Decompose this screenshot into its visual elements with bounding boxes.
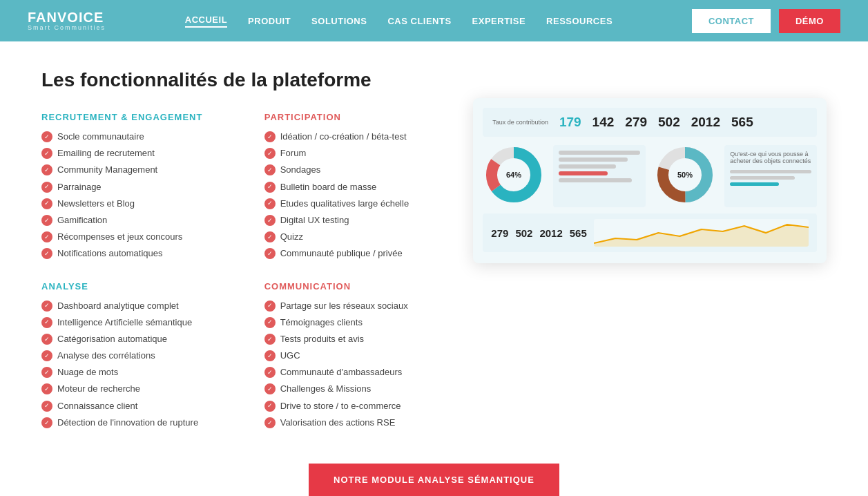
logo-name: FANVOICE <box>28 10 106 24</box>
list-item: ✓Communauté d'ambassadeurs <box>264 366 474 379</box>
item-label: Socle communautaire <box>57 131 144 143</box>
contact-button[interactable]: CONTACT <box>692 9 771 33</box>
mini-stat-2012: 2012 <box>539 227 562 239</box>
list-item: ✓Dashboard analytique complet <box>41 300 251 312</box>
check-icon: ✓ <box>264 164 276 175</box>
logo[interactable]: FANVOICE Smart Communities <box>28 10 106 31</box>
feature-columns: RECRUTEMENT & ENGAGEMENT ✓Socle communau… <box>41 112 473 450</box>
check-icon: ✓ <box>264 182 276 193</box>
list-item: ✓Partage sur les réseaux sociaux <box>264 300 474 312</box>
check-icon: ✓ <box>264 367 276 378</box>
list-item: ✓Catégorisation automatique <box>41 333 251 345</box>
item-label: Community Management <box>57 164 157 176</box>
nav-links: ACCUEIL PRODUIT SOLUTIONS CAS CLIENTS EX… <box>185 15 613 28</box>
check-icon: ✓ <box>41 317 52 328</box>
item-label: Communauté d'ambassadeurs <box>280 366 403 379</box>
check-icon: ✓ <box>264 215 276 226</box>
item-label: Parrainage <box>57 181 102 193</box>
mini-stat-279: 279 <box>491 227 508 239</box>
check-icon: ✓ <box>41 417 52 428</box>
check-icon: ✓ <box>264 148 276 159</box>
mockup-label: Qu'est-ce qui vous pousse à acheter des … <box>730 151 811 164</box>
check-icon: ✓ <box>41 350 52 361</box>
item-label: Analyse des corrélations <box>57 350 155 362</box>
features-section: Les fonctionnalités de la plateforme REC… <box>0 41 868 496</box>
check-icon: ✓ <box>264 131 276 142</box>
check-icon: ✓ <box>41 231 52 242</box>
demo-button[interactable]: DÉMO <box>779 9 840 33</box>
stat-142: 142 <box>592 115 615 130</box>
dashboard-mockup: Taux de contribution 179 142 279 502 201… <box>473 98 827 263</box>
left-column: RECRUTEMENT & ENGAGEMENT ✓Socle communau… <box>41 112 251 450</box>
list-item: ✓Challenges & Missions <box>264 383 474 395</box>
group-title-recrutement: RECRUTEMENT & ENGAGEMENT <box>41 112 251 122</box>
list-item: ✓Sondages <box>264 164 474 176</box>
check-icon: ✓ <box>264 334 276 345</box>
stat-179: 179 <box>559 115 581 130</box>
check-icon: ✓ <box>41 401 52 412</box>
list-communication: ✓Partage sur les réseaux sociaux ✓Témoig… <box>264 300 474 430</box>
nav-cas-clients[interactable]: CAS CLIENTS <box>387 16 451 26</box>
nav-ressources[interactable]: RESSOURCES <box>546 16 613 26</box>
check-icon: ✓ <box>41 198 52 209</box>
check-icon: ✓ <box>264 248 276 259</box>
check-icon: ✓ <box>41 248 52 259</box>
list-item: ✓Quizz <box>264 231 474 243</box>
right-column: PARTICIPATION ✓Idéation / co-création / … <box>264 112 474 450</box>
nav-produit[interactable]: PRODUIT <box>248 16 291 26</box>
check-icon: ✓ <box>41 182 52 193</box>
check-icon: ✓ <box>264 231 276 242</box>
svg-marker-8 <box>594 225 809 247</box>
check-icon: ✓ <box>264 198 276 209</box>
list-item: ✓Détection de l'innovation de rupture <box>41 417 251 429</box>
logo-tagline: Smart Communities <box>28 24 106 31</box>
item-label: Emailing de recrutement <box>57 147 155 160</box>
check-icon: ✓ <box>264 383 276 394</box>
nav-expertise[interactable]: EXPERTISE <box>472 16 525 26</box>
list-item: ✓Newsletters et Blog <box>41 198 251 210</box>
item-label: Sondages <box>280 164 321 176</box>
nav-accueil[interactable]: ACCUEIL <box>185 15 227 28</box>
list-item: ✓Valorisation des actions RSE <box>264 417 474 429</box>
item-label: Forum <box>280 147 307 160</box>
check-icon: ✓ <box>264 317 276 328</box>
list-item: ✓Forum <box>264 147 474 160</box>
cta-row: NOTRE MODULE ANALYSE SÉMANTIQUE <box>41 464 827 496</box>
list-item: ✓Témoignages clients <box>264 316 474 329</box>
check-icon: ✓ <box>264 401 276 412</box>
list-item: ✓Etudes qualitatives large échelle <box>264 198 474 210</box>
list-item: ✓Digital UX testing <box>264 214 474 227</box>
item-label: Quizz <box>280 231 303 243</box>
list-item: ✓Nuage de mots <box>41 366 251 379</box>
check-icon: ✓ <box>41 301 52 312</box>
group-title-communication: COMMUNICATION <box>264 281 474 292</box>
check-icon: ✓ <box>264 350 276 361</box>
check-icon: ✓ <box>264 301 276 312</box>
group-title-participation: PARTICIPATION <box>264 112 474 122</box>
cta-button[interactable]: NOTRE MODULE ANALYSE SÉMANTIQUE <box>309 464 559 496</box>
item-label: Nuage de mots <box>57 366 118 379</box>
list-item: ✓Communauté publique / privée <box>264 247 474 260</box>
svg-text:64%: 64% <box>506 171 521 179</box>
item-label: Newsletters et Blog <box>57 198 135 210</box>
item-label: Récompenses et jeux concours <box>57 231 182 243</box>
list-item: ✓Bulletin board de masse <box>264 181 474 193</box>
list-item: ✓Analyse des corrélations <box>41 350 251 362</box>
item-label: Moteur de recherche <box>57 383 140 395</box>
list-item: ✓Moteur de recherche <box>41 383 251 395</box>
list-participation: ✓Idéation / co-création / béta-test ✓For… <box>264 131 474 260</box>
list-item: ✓Connaissance client <box>41 400 251 412</box>
item-label: Idéation / co-création / béta-test <box>280 131 407 143</box>
list-item: ✓Récompenses et jeux concours <box>41 231 251 243</box>
group-title-analyse: ANALYSE <box>41 281 251 292</box>
list-item: ✓Notifications automatiques <box>41 247 251 260</box>
item-label: Intelligence Artificielle sémantique <box>57 316 192 329</box>
item-label: Dashboard analytique complet <box>57 300 179 312</box>
stat-502: 502 <box>658 115 680 130</box>
item-label: Bulletin board de masse <box>280 181 376 193</box>
item-label: Gamification <box>57 214 107 227</box>
nav-solutions[interactable]: SOLUTIONS <box>311 16 367 26</box>
list-item: ✓Gamification <box>41 214 251 227</box>
donut-chart-1: 64% <box>483 144 545 206</box>
item-label: Digital UX testing <box>280 214 349 227</box>
